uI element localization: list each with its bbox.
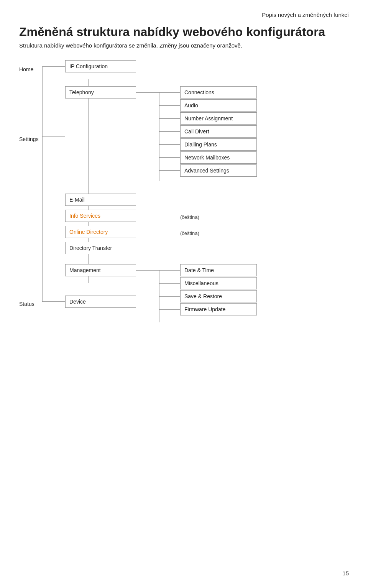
online-directory-annotation: (čeština) bbox=[180, 227, 238, 239]
date-time-box: Date & Time bbox=[180, 264, 257, 276]
management-box: Management bbox=[65, 264, 136, 276]
info-services-box: Info Services bbox=[65, 210, 136, 222]
miscellaneous-box: Miscellaneous bbox=[180, 277, 257, 289]
number-assignment-box: Number Assignment bbox=[180, 112, 257, 125]
online-directory-box: Online Directory bbox=[65, 226, 136, 238]
main-title: Změněná struktura nabídky webového konfi… bbox=[19, 25, 349, 39]
subtitle: Struktura nabídky webového konfigurátora… bbox=[19, 42, 349, 49]
info-services-annotation: (čeština) bbox=[180, 211, 238, 223]
advanced-settings-box: Advanced Settings bbox=[180, 164, 257, 177]
dialling-plans-box: Dialling Plans bbox=[180, 138, 257, 151]
connections-box: Connections bbox=[180, 86, 257, 99]
status-label: Status bbox=[19, 298, 61, 310]
page-number: 15 bbox=[342, 570, 349, 577]
ip-configuration-box: IP Configuration bbox=[65, 60, 136, 72]
network-mailboxes-box: Network Mailboxes bbox=[180, 151, 257, 164]
audio-box: Audio bbox=[180, 99, 257, 112]
save-restore-box: Save & Restore bbox=[180, 290, 257, 302]
call-divert-box: Call Divert bbox=[180, 125, 257, 138]
page-header: Popis nových a změněných funkcí bbox=[19, 11, 349, 18]
settings-label: Settings bbox=[19, 133, 61, 145]
device-box: Device bbox=[65, 296, 136, 308]
directory-transfer-box: Directory Transfer bbox=[65, 242, 136, 254]
firmware-update-box: Firmware Update bbox=[180, 303, 257, 315]
telephony-box: Telephony bbox=[65, 86, 136, 99]
home-label: Home bbox=[19, 63, 61, 76]
email-box: E-Mail bbox=[65, 194, 136, 206]
diagram: Home Settings Status IP Configuration Te… bbox=[19, 60, 349, 328]
